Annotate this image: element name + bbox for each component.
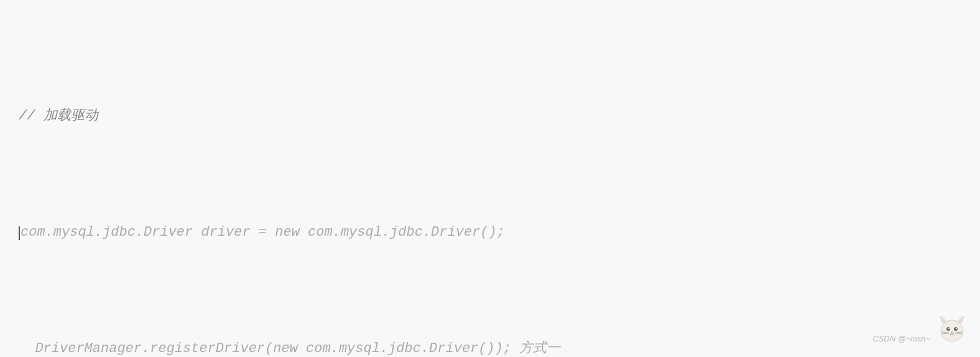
watermark-text: CSDN @~iosn~	[872, 332, 930, 346]
line-strikethrough-1: com.mysql.jdbc.Driver driver = new com.m…	[19, 221, 961, 244]
svg-point-0	[941, 320, 963, 341]
line-strikethrough-2: DriverManager.registerDriver(new com.mys…	[19, 337, 961, 357]
svg-point-6	[954, 327, 958, 331]
cat-icon	[935, 312, 969, 346]
cursor	[19, 226, 20, 240]
svg-point-7	[948, 328, 950, 329]
watermark: CSDN @~iosn~	[872, 312, 969, 346]
code-block: // 加载驱动 com.mysql.jdbc.Driver driver = n…	[0, 0, 980, 357]
svg-point-9	[951, 332, 953, 334]
svg-point-8	[956, 328, 957, 329]
svg-point-5	[946, 327, 950, 331]
line-comment-1: // 加载驱动	[19, 104, 961, 128]
